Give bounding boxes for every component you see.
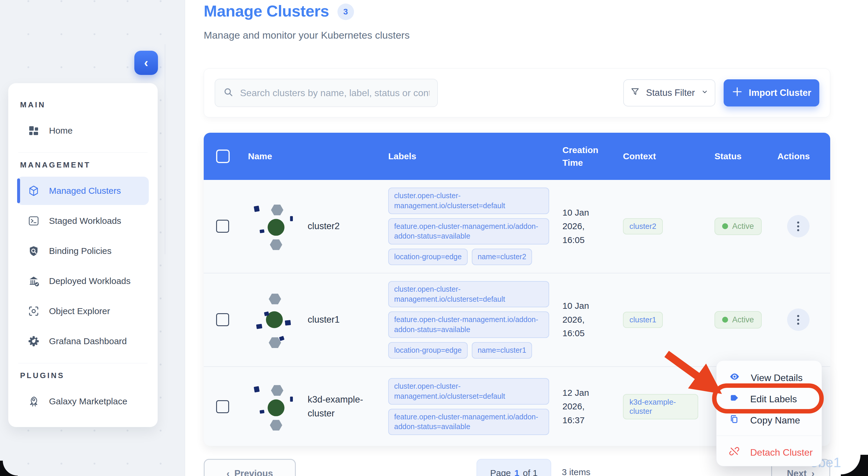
label-chip: feature.open-cluster-management.io/addon… [388,311,549,338]
sidebar-nav: MAIN Home MANAGEMENT Managed Clusters St… [17,100,149,415]
sidebar-item-managed-clusters[interactable]: Managed Clusters [17,177,149,205]
chevron-left-icon: ‹ [144,56,148,70]
menu-item-edit-labels[interactable]: Edit Labels [717,388,822,410]
context-chip: cluster1 [623,312,663,328]
terminal-icon [27,214,40,227]
sidebar-item-deployed-workloads[interactable]: Deployed Workloads [17,267,149,295]
pagination-center: Page 1 of 1 3 items [476,459,590,476]
table-row: cluster2 cluster.open-cluster-management… [204,180,830,273]
cell-name: cluster1 [248,289,375,351]
copy-icon [729,414,740,427]
column-header-creation-time: Creation Time [549,144,605,169]
menu-item-detach-cluster[interactable]: Detach Cluster [717,442,822,463]
label-chip: feature.open-cluster-management.io/addon… [388,218,549,245]
cell-name: k3d-example-cluster [248,376,375,438]
sidebar: MAIN Home MANAGEMENT Managed Clusters St… [8,83,158,427]
cell-context: cluster2 [607,218,698,234]
table-row: cluster1 cluster.open-cluster-management… [204,273,830,366]
cell-status: Active [698,218,772,235]
page-prefix: Page [490,468,511,476]
sidebar-item-staged-workloads[interactable]: Staged Workloads [17,207,149,235]
cell-creation-time: 12 Jan 2026, 16:37 [549,386,607,427]
tag-icon [729,393,740,406]
sidebar-section-label: MANAGEMENT [20,161,149,170]
sidebar-item-binding-policies[interactable]: Binding Policies [17,237,149,265]
row-actions-menu: View Details Edit Labels Copy Name Detac… [716,361,822,466]
sidebar-divider [18,152,148,153]
menu-item-label: Copy Name [750,415,800,426]
sidebar-item-home[interactable]: Home [17,116,149,145]
sidebar-section: MAIN Home [17,100,149,153]
menu-item-label: View Details [751,372,802,383]
label-chip: name=cluster1 [472,342,532,359]
cell-name: cluster2 [248,195,375,257]
next-label: Next [787,468,807,476]
rocket-icon [27,395,40,408]
status-badge: Active [714,218,762,235]
cell-context: cluster1 [607,312,698,328]
cell-actions [772,215,824,237]
sidebar-collapse-button[interactable]: ‹ [134,51,158,75]
page-title: Manage Clusters [204,2,329,20]
sidebar-section-label: MAIN [20,100,149,109]
search-icon [223,87,234,99]
sidebar-item-object-explorer[interactable]: Object Explorer [17,297,149,325]
page-indicator: Page 1 of 1 [476,459,551,476]
menu-item-copy-name[interactable]: Copy Name [717,410,822,431]
previous-label: Previous [235,468,273,476]
row-checkbox[interactable] [216,313,229,326]
status-filter-button[interactable]: Status Filter [623,79,715,106]
window-corner-left [0,461,18,476]
table-header: Name Labels Creation Time Context Status… [204,133,830,180]
column-header-name: Name [248,151,375,161]
cell-labels: cluster.open-cluster-management.io/clust… [375,281,549,359]
column-header-labels: Labels [375,151,549,161]
items-count: 3 items [562,467,590,476]
cluster-count-badge: 3 [337,4,354,20]
row-actions-button[interactable] [787,308,810,331]
previous-page-button[interactable]: ‹ Previous [204,459,296,476]
sidebar-item-grafana-dashboard[interactable]: Grafana Dashboard [17,327,149,355]
window-corner-right [841,455,868,476]
page-head: Manage Clusters 3 [204,2,354,20]
app-root: ‹ MAIN Home MANAGEMENT Managed Clusters … [0,0,868,476]
cell-actions [772,308,824,331]
scan-icon [27,305,40,318]
row-actions-button[interactable] [787,215,810,237]
cluster-name: k3d-example-cluster [308,393,367,420]
import-cluster-label: Import Cluster [749,88,811,98]
status-dot-icon [722,317,728,322]
unlink-icon [729,446,740,459]
column-header-actions: Actions [772,151,824,161]
sidebar-section: PLUGINS Galaxy Marketplace [17,371,149,415]
row-checkbox[interactable] [216,400,229,413]
status-badge: Active [714,311,762,329]
cube-icon [27,184,40,197]
cluster-node-icon [248,195,304,257]
page-suffix: of 1 [523,468,538,476]
sidebar-divider [18,363,148,363]
menu-item-label: Edit Labels [750,394,797,405]
shield-search-icon [27,244,40,258]
cell-creation-time: 10 Jan 2026, 16:05 [549,299,607,340]
import-cluster-button[interactable]: Import Cluster [724,79,819,106]
label-chip: location-group=edge [388,249,468,265]
column-header-context: Context [607,151,698,161]
cell-creation-time: 10 Jan 2026, 16:05 [549,206,607,247]
status-dot-icon [722,223,728,229]
cluster-node-icon [248,289,304,351]
search-input[interactable] [240,88,430,99]
row-checkbox[interactable] [216,220,229,233]
sidebar-item-galaxy-marketplace[interactable]: Galaxy Marketplace [17,387,149,415]
select-all-checkbox[interactable] [216,149,230,163]
label-chip: cluster.open-cluster-management.io/clust… [388,188,549,214]
context-chip: cluster2 [623,218,663,234]
label-chip: feature.open-cluster-management.io/addon… [388,409,549,435]
grafana-icon [27,335,40,348]
label-chip: location-group=edge [388,342,468,359]
label-chip: cluster.open-cluster-management.io/clust… [388,378,549,405]
sidebar-section-label: PLUGINS [20,371,149,380]
bank-check-icon [27,275,40,287]
menu-item-view-details[interactable]: View Details [717,367,822,388]
page-current: 1 [514,468,519,476]
